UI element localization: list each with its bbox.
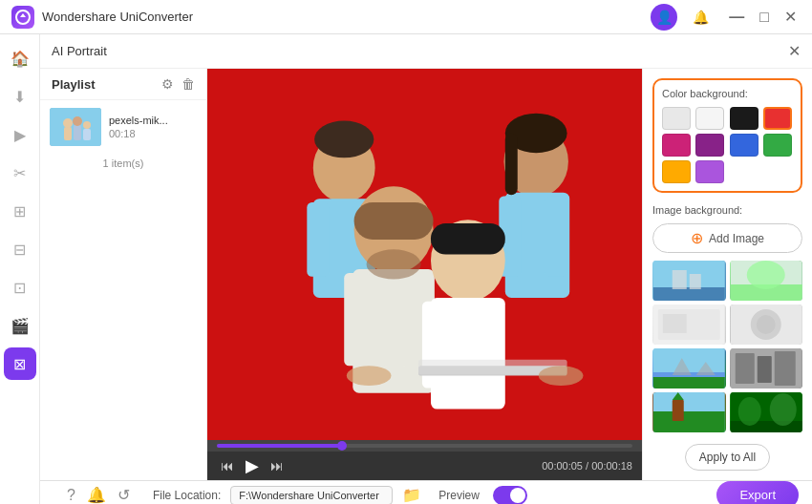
image-thumb-5[interactable] [652,348,726,388]
image-thumb-2[interactable] [730,261,803,301]
video-area: ⏮ ▶ ⏭ 00:00:05 / 00:00:18 [207,69,642,480]
ai-portrait-panel: AI Portrait ✕ Playlist ⚙ 🗑 [40,34,812,480]
progress-fill [217,444,342,448]
color-grid [662,107,793,183]
color-swatch-green[interactable] [763,134,792,157]
sidebar-item-download[interactable]: ⬇ [4,80,36,113]
image-thumb-7[interactable] [652,392,726,432]
color-swatch-white[interactable] [695,107,724,130]
notification-icon[interactable]: 🔔 [687,4,714,31]
sidebar-item-ai[interactable]: ⊠ [4,347,36,380]
bottom-left-icons: ? 🔔 ↺ [53,486,143,504]
image-thumb-4[interactable] [730,304,803,345]
video-scene [207,69,642,440]
sidebar-item-compress[interactable]: ⊟ [4,233,36,265]
video-preview [207,69,642,440]
sidebar-item-cut[interactable]: ✂ [4,157,36,189]
maximize-button[interactable]: □ [756,9,773,26]
image-thumb-3[interactable] [652,304,726,345]
main-layout: 🏠 ⬇ ▶ ✂ ⊞ ⊟ ⊡ 🎬 ⊠ AI Portrait ✕ Playlist [0,34,812,504]
sidebar-item-record[interactable]: ⊡ [4,271,36,304]
media-area: Playlist ⚙ 🗑 [40,69,812,480]
playlist-item[interactable]: pexels-mik... 00:18 [40,100,206,154]
svg-rect-44 [663,314,687,333]
svg-rect-4 [74,125,81,140]
next-button[interactable]: ⏭ [267,456,288,475]
help-icon[interactable]: ? [67,487,75,504]
panel-close-button[interactable]: ✕ [788,42,801,60]
item-count: 1 item(s) [40,154,206,173]
right-panel: Color background: [642,69,812,480]
color-bg-label: Color background: [662,88,793,99]
color-swatch-purple[interactable] [695,134,724,157]
folder-icon[interactable]: 📁 [402,486,421,504]
export-button[interactable]: Export [716,481,799,504]
image-thumb-8[interactable] [730,392,803,432]
preview-label: Preview [438,489,480,502]
add-image-label: Add Image [709,232,764,245]
svg-point-13 [314,120,374,158]
image-thumb-1[interactable] [652,261,726,301]
add-icon: ⊕ [691,229,703,247]
svg-rect-59 [673,400,684,421]
svg-point-41 [746,261,784,289]
titlebar-icons: 👤 🔔 [651,4,714,31]
sidebar-item-merge[interactable]: ⊞ [4,195,36,227]
svg-rect-19 [505,133,518,195]
add-image-button[interactable]: ⊕ Add Image [652,223,802,253]
alert-icon[interactable]: 🔔 [87,486,106,504]
svg-point-25 [367,249,421,279]
time-display: 00:00:05 / 00:00:18 [542,460,632,472]
playlist-title: Playlist [52,77,96,92]
svg-rect-36 [653,287,725,301]
thumbnail-image [50,108,101,146]
playlist-header: Playlist ⚙ 🗑 [40,69,206,100]
playlist-delete-icon[interactable]: 🗑 [182,76,195,92]
refresh-icon[interactable]: ↺ [118,486,130,504]
svg-rect-55 [757,356,771,383]
color-swatch-orange[interactable] [662,160,691,183]
content-area: AI Portrait ✕ Playlist ⚙ 🗑 [40,34,812,504]
svg-rect-58 [653,411,725,432]
color-swatch-blue[interactable] [730,134,759,157]
sidebar-item-convert[interactable]: ▶ [4,118,36,151]
svg-rect-38 [690,274,701,289]
svg-point-5 [73,116,82,126]
apply-all-button[interactable]: Apply to All [685,444,770,471]
color-swatch-red[interactable] [763,107,792,130]
sidebar-item-home[interactable]: 🏠 [4,42,36,74]
preview-toggle[interactable] [493,486,527,505]
color-swatch-black[interactable] [730,107,759,130]
playlist-thumbnail [50,108,101,146]
svg-point-33 [347,366,392,386]
svg-rect-22 [344,273,372,366]
image-thumb-6[interactable] [730,348,803,388]
close-button[interactable]: ✕ [780,8,801,26]
color-swatch-pink[interactable] [662,134,691,157]
app-title: Wondershare UniConverter [42,10,193,24]
user-icon[interactable]: 👤 [651,4,677,31]
svg-rect-24 [354,202,434,240]
prev-button[interactable]: ⏮ [217,456,238,475]
svg-rect-23 [381,273,409,366]
color-swatch-light-gray[interactable] [662,107,691,130]
minimize-button[interactable]: — [725,9,748,26]
svg-rect-37 [673,270,687,289]
svg-rect-17 [545,197,566,277]
toggle-knob [510,488,525,503]
panel-header: AI Portrait ✕ [40,34,812,69]
playlist-panel: Playlist ⚙ 🗑 [40,69,207,480]
color-swatch-violet[interactable] [695,160,724,183]
progress-bar[interactable] [217,444,632,448]
svg-rect-50 [653,377,725,388]
svg-point-34 [539,366,584,386]
app-logo [11,6,34,29]
playlist-settings-icon[interactable]: ⚙ [161,76,174,92]
svg-point-63 [737,397,760,426]
sidebar-item-toolkit[interactable]: 🎬 [4,309,36,342]
play-button[interactable]: ▶ [246,455,259,476]
progress-bar-area [207,440,642,452]
panel-title: AI Portrait [52,44,107,58]
svg-rect-56 [774,351,795,386]
file-path-input[interactable] [230,486,393,505]
